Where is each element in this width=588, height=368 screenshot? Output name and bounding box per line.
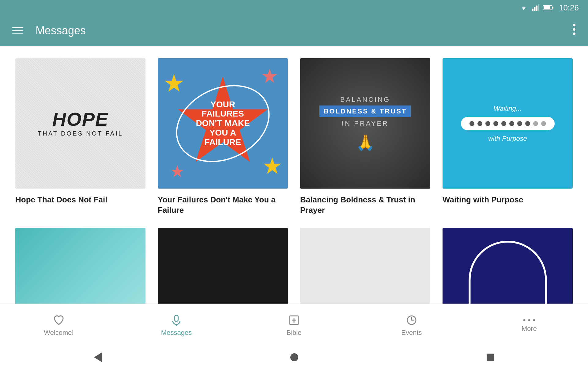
- svg-point-18: [528, 319, 530, 321]
- status-bar: 10:26: [0, 0, 588, 15]
- system-nav-bar: [0, 347, 588, 368]
- messages-grid: HOPE THAT DOES NOT FAIL Hope That Does N…: [15, 58, 573, 304]
- dot-8: [525, 121, 530, 126]
- dot-10: [541, 121, 546, 126]
- status-icons: 10:26: [519, 3, 579, 13]
- more-dots-icon: [523, 318, 535, 322]
- message-card-gray[interactable]: [300, 228, 430, 304]
- dot-9: [533, 121, 538, 126]
- failures-ellipse: [164, 70, 282, 177]
- message-card-boldness[interactable]: BALANCING BOLDNESS & TRUST IN PRAYER 🙏 B…: [300, 58, 430, 216]
- wifi-icon: [519, 4, 528, 11]
- star-pink-bl: [171, 165, 184, 178]
- svg-rect-0: [532, 9, 533, 11]
- thumbnail-hope: HOPE THAT DOES NOT FAIL: [15, 58, 145, 189]
- nav-label-events: Events: [401, 329, 422, 337]
- waiting-dots: [461, 117, 555, 130]
- star-pink-tr: [262, 69, 277, 84]
- waiting-purpose: with Purpose: [488, 135, 527, 143]
- message-card-church[interactable]: GRACE HILLS CHURCH: [443, 228, 573, 304]
- app-title: Messages: [36, 24, 573, 37]
- thumbnail-boldness: BALANCING BOLDNESS & TRUST IN PRAYER 🙏: [300, 58, 430, 189]
- svg-point-19: [533, 319, 535, 321]
- church-arch: [469, 241, 547, 304]
- hope-small-text: THAT DOES NOT FAIL: [38, 130, 123, 137]
- nav-item-messages[interactable]: Messages: [118, 314, 235, 337]
- svg-point-7: [573, 24, 575, 26]
- clock-icon: [405, 314, 418, 326]
- thumbnail-gray: [300, 228, 430, 304]
- nav-label-bible: Bible: [287, 329, 302, 337]
- star-yellow-br: [263, 157, 281, 176]
- nav-label-messages: Messages: [161, 329, 192, 337]
- bible-icon: [288, 314, 300, 326]
- signal-icon: [532, 4, 539, 11]
- boldness-top: BALANCING: [319, 96, 411, 104]
- battery-icon: [543, 5, 553, 10]
- svg-rect-5: [544, 6, 550, 9]
- nav-label-welcome: Welcome!: [44, 329, 74, 337]
- card-title-waiting: Waiting with Purpose: [443, 195, 573, 205]
- nav-item-welcome[interactable]: Welcome!: [0, 314, 118, 337]
- main-content: HOPE THAT DOES NOT FAIL Hope That Does N…: [0, 46, 588, 304]
- dot-5: [501, 121, 506, 126]
- svg-point-9: [573, 33, 575, 35]
- svg-rect-2: [536, 6, 537, 11]
- time-display: 10:26: [559, 3, 579, 13]
- thumbnail-teal: [15, 228, 145, 304]
- waiting-label: Waiting...: [494, 105, 522, 113]
- heart-icon: [53, 314, 65, 326]
- bottom-nav: Welcome! Messages Bible Events: [0, 304, 588, 347]
- hamburger-icon[interactable]: [12, 27, 23, 34]
- thumbnail-black: [158, 228, 288, 304]
- hope-big-text: HOPE: [38, 110, 123, 129]
- boldness-content: BALANCING BOLDNESS & TRUST IN PRAYER 🙏: [313, 90, 417, 158]
- svg-rect-10: [175, 315, 178, 321]
- boldness-middle: BOLDNESS & TRUST: [319, 105, 411, 117]
- app-bar: Messages: [0, 15, 588, 46]
- hope-text: HOPE THAT DOES NOT FAIL: [32, 104, 129, 143]
- nav-item-events[interactable]: Events: [353, 314, 470, 337]
- thumbnail-failures: YOURFAILURESDON'T MAKEYOU AFAILURE: [158, 58, 288, 189]
- boldness-bottom: IN PRAYER: [319, 120, 411, 128]
- card-title-hope: Hope That Does Not Fail: [15, 195, 145, 205]
- dot-2: [477, 121, 482, 126]
- message-card-waiting[interactable]: Waiting... with Purpose Waiting with Pur…: [443, 58, 573, 216]
- svg-point-17: [523, 319, 526, 321]
- message-card-hope[interactable]: HOPE THAT DOES NOT FAIL Hope That Does N…: [15, 58, 145, 216]
- nav-item-more[interactable]: More: [470, 318, 588, 333]
- thumbnail-waiting: Waiting... with Purpose: [443, 58, 573, 189]
- praying-hands-icon: 🙏: [319, 134, 411, 151]
- svg-rect-6: [552, 7, 553, 9]
- dot-3: [485, 121, 490, 126]
- recents-button[interactable]: [487, 354, 494, 361]
- svg-rect-3: [538, 4, 539, 11]
- message-card-black[interactable]: [158, 228, 288, 304]
- message-card-failures[interactable]: YOURFAILURESDON'T MAKEYOU AFAILURE Your …: [158, 58, 288, 216]
- message-card-teal[interactable]: [15, 228, 145, 304]
- star-yellow-tl: [164, 74, 184, 94]
- card-title-boldness: Balancing Boldness & Trust in Prayer: [300, 195, 430, 216]
- nav-item-bible[interactable]: Bible: [235, 314, 353, 337]
- thumbnail-church: GRACE HILLS CHURCH: [443, 228, 573, 304]
- svg-rect-1: [534, 7, 535, 11]
- card-title-failures: Your Failures Don't Make You a Failure: [158, 195, 288, 216]
- dot-4: [493, 121, 498, 126]
- dot-7: [517, 121, 522, 126]
- nav-label-more: More: [522, 325, 537, 333]
- dot-6: [509, 121, 514, 126]
- back-button[interactable]: [94, 352, 102, 362]
- svg-point-8: [573, 28, 575, 31]
- dot-1: [469, 121, 474, 126]
- mic-icon: [170, 314, 183, 326]
- more-vert-icon[interactable]: [573, 23, 576, 38]
- home-button[interactable]: [290, 353, 298, 361]
